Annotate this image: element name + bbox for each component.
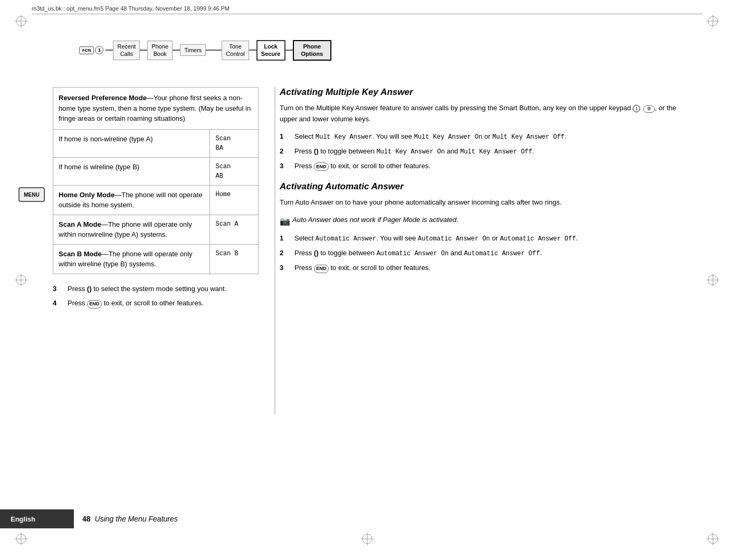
nav-diagram: FCN 1 RecentCalls PhoneBook Timers ToneC…: [79, 32, 692, 79]
multiple-key-answer-title: Activating Multiple Key Answer: [280, 87, 692, 98]
mka-step-1: 1 Select Mult Key Answer. You will see M…: [280, 131, 692, 142]
aa-step-2: 2 Press () to toggle between Automatic A…: [280, 248, 692, 258]
mode-table: Reversed Preference Mode—Your phone firs…: [53, 87, 259, 274]
table-row: If home is wireline (type B) Scan AB: [53, 157, 259, 185]
nav-line-4: [206, 50, 222, 51]
header-text: m3td_us.bk : opt_menu.fm5 Page 48 Thursd…: [32, 5, 702, 14]
row-non-wireline-label: If home is non-wireline (type A): [53, 129, 210, 157]
reg-mark-tl: [15, 15, 27, 27]
reg-mark-bc: [361, 533, 374, 545]
nav-phone-book: PhoneBook: [147, 41, 173, 60]
menu-button[interactable]: MENU: [18, 187, 45, 202]
right-column: Activating Multiple Key Answer Turn on t…: [280, 87, 692, 284]
reg-mark-ml: [15, 274, 27, 286]
reversed-pref-desc: Reversed Preference Mode—Your phone firs…: [53, 88, 259, 130]
multiple-key-answer-body: Turn on the Multiple Key Answer feature …: [280, 103, 692, 125]
mka-step-3: 3 Press END to exit, or scroll to other …: [280, 161, 692, 171]
left-steps: 3 Press () to select the system mode set…: [53, 284, 259, 308]
left-column: Reversed Preference Mode—Your phone firs…: [53, 87, 259, 313]
footer: English 48 Using the Menu Features: [0, 509, 734, 528]
aa-step-1: 1 Select Automatic Answer. You will see …: [280, 233, 692, 244]
circle-1: 1: [633, 105, 640, 112]
mka-step-2: 2 Press () to toggle between Mult Key An…: [280, 146, 692, 157]
row-non-wireline-code: Scan BA: [210, 129, 259, 157]
home-only-code: Home: [210, 185, 259, 215]
nav-line-3: [173, 50, 180, 51]
row-wireline-code: Scan AB: [210, 157, 259, 185]
nav-timers: Timers: [180, 44, 206, 56]
table-row: If home is non-wireline (type A) Scan BA: [53, 129, 259, 157]
note-icon: 📷: [280, 215, 290, 228]
footer-description: Using the Menu Features: [91, 515, 178, 523]
home-only-label: Home Only Mode—The phone will not operat…: [53, 185, 210, 215]
table-row: Reversed Preference Mode—Your phone firs…: [53, 88, 259, 130]
multiple-key-answer-section: Activating Multiple Key Answer Turn on t…: [280, 87, 692, 171]
phone-fcn-icon: FCN: [79, 46, 94, 54]
footer-page-number: 48: [74, 515, 91, 523]
automatic-answer-title: Activating Automatic Answer: [280, 181, 692, 192]
table-row: Home Only Mode—The phone will not operat…: [53, 185, 259, 215]
reg-mark-tr: [707, 15, 719, 27]
nav-lock-secure: LockSecure: [256, 40, 285, 61]
left-step-3: 3 Press () to select the system mode set…: [53, 284, 259, 294]
aa-step-3: 3 Press END to exit, or scroll to other …: [280, 263, 692, 273]
smart-button-icon: ⦿: [643, 105, 655, 113]
scan-b-code: Scan B: [210, 244, 259, 274]
nav-line-5: [249, 50, 256, 51]
reg-mark-bl: [15, 533, 27, 545]
nav-phone-options: PhoneOptions: [293, 40, 332, 61]
end-button-icon: END: [87, 300, 102, 308]
auto-answer-note: 📷 Auto Answer does not work if Pager Mod…: [280, 215, 692, 228]
nav-line-6: [285, 50, 293, 51]
table-row: Scan A Mode—The phone will operate only …: [53, 215, 259, 244]
reg-mark-mr: [707, 274, 719, 286]
footer-language: English: [0, 509, 74, 528]
scan-b-label: Scan B Mode—The phone will operate only …: [53, 244, 210, 274]
nav-tone-control: ToneControl: [222, 41, 249, 60]
column-divider: [274, 87, 275, 414]
scan-a-code: Scan A: [210, 215, 259, 244]
auto-answer-steps: 1 Select Automatic Answer. You will see …: [280, 233, 692, 273]
automatic-answer-body: Turn Auto Answer on to have your phone a…: [280, 197, 692, 208]
automatic-answer-section: Activating Automatic Answer Turn Auto An…: [280, 181, 692, 273]
scan-a-label: Scan A Mode—The phone will operate only …: [53, 215, 210, 244]
circle-1-icon: 1: [95, 46, 103, 54]
reg-mark-br: [707, 533, 719, 545]
left-step-4: 4 Press END to exit, or scroll to other …: [53, 298, 259, 308]
table-row: Scan B Mode—The phone will operate only …: [53, 244, 259, 274]
nav-line-1: [106, 50, 113, 51]
nav-recent-calls: RecentCalls: [113, 41, 140, 60]
multiple-key-steps: 1 Select Mult Key Answer. You will see M…: [280, 131, 692, 171]
row-wireline-label: If home is wireline (type B): [53, 157, 210, 185]
end-button-icon-2: END: [314, 162, 329, 171]
end-button-icon-3: END: [314, 265, 329, 273]
nav-line-2: [140, 50, 147, 51]
